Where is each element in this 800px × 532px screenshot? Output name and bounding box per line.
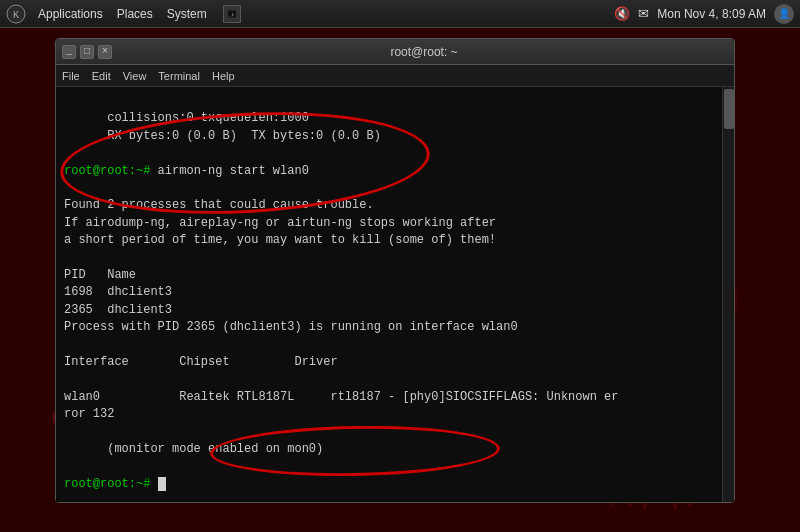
view-menu[interactable]: View xyxy=(123,70,147,82)
terminal-taskbar-icon[interactable]: _$ xyxy=(223,5,241,23)
desktop: << back | track 5 xyxy=(0,28,800,532)
taskbar-left: K Applications Places System _$ xyxy=(6,4,241,24)
terminal-output: collisions:0 txqueuelen:1000 RX bytes:0 … xyxy=(64,93,726,502)
terminal-menubar: File Edit View Terminal Help xyxy=(56,65,734,87)
applications-menu[interactable]: Applications xyxy=(32,5,109,23)
terminal-body: collisions:0 txqueuelen:1000 RX bytes:0 … xyxy=(56,87,734,502)
edit-menu[interactable]: Edit xyxy=(92,70,111,82)
maximize-button[interactable]: □ xyxy=(80,45,94,59)
datetime-display: Mon Nov 4, 8:09 AM xyxy=(657,7,766,21)
help-menu[interactable]: Help xyxy=(212,70,235,82)
file-menu[interactable]: File xyxy=(62,70,80,82)
svg-text:_$: _$ xyxy=(229,12,234,17)
taskbar: K Applications Places System _$ 🔇 ✉ Mon … xyxy=(0,0,800,28)
terminal-scrollbar[interactable] xyxy=(722,87,734,502)
title-buttons: _ □ × xyxy=(62,45,112,59)
close-button[interactable]: × xyxy=(98,45,112,59)
system-menu[interactable]: System xyxy=(161,5,213,23)
terminal-icon: _$ xyxy=(228,7,236,21)
volume-icon[interactable]: 🔇 xyxy=(614,6,630,21)
places-menu[interactable]: Places xyxy=(111,5,159,23)
mail-icon[interactable]: ✉ xyxy=(638,6,649,21)
user-avatar[interactable]: 👤 xyxy=(774,4,794,24)
terminal-window: _ □ × root@root: ~ File Edit View Termin… xyxy=(55,38,735,503)
terminal-menu[interactable]: Terminal xyxy=(158,70,200,82)
terminal-title: root@root: ~ xyxy=(120,45,728,59)
taskbar-right: 🔇 ✉ Mon Nov 4, 8:09 AM 👤 xyxy=(614,4,794,24)
svg-text:K: K xyxy=(13,10,19,21)
scrollbar-thumb[interactable] xyxy=(724,89,734,129)
kali-logo-icon: K xyxy=(6,4,26,24)
terminal-titlebar: _ □ × root@root: ~ xyxy=(56,39,734,65)
minimize-button[interactable]: _ xyxy=(62,45,76,59)
